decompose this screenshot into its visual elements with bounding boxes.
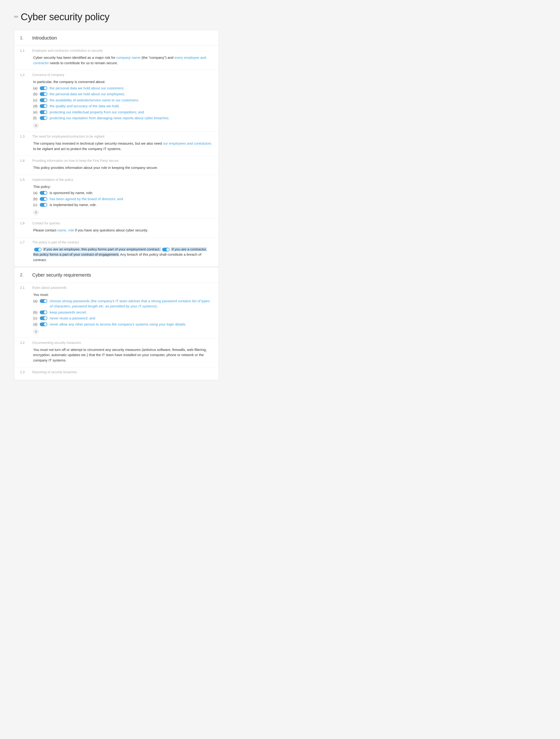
toggle-switch[interactable] — [40, 110, 47, 114]
add-list-item-button[interactable]: ⊕ — [33, 210, 38, 215]
subsection-title: Reporting of security breaches — [32, 370, 77, 375]
subsection-1.6: 1.6Contact for queriesPlease contact nam… — [14, 218, 219, 238]
text-span: choose strong passwords (the company's I… — [50, 299, 192, 303]
subsection-number: 1.4 — [20, 158, 28, 163]
subsection-title: Employee and contractor contribution to … — [32, 48, 103, 53]
edit-icon: ✏ — [14, 13, 18, 21]
list-label: (a) — [33, 86, 38, 91]
subsection-number: 1.5 — [20, 177, 28, 182]
list-item-text: the personal data we hold about our cust… — [50, 86, 213, 91]
toggle-switch[interactable] — [40, 197, 47, 201]
subsection-2.1: 2.1Rules about passwordsYou must:(a)choo… — [14, 283, 219, 338]
subsection-header: 1.3The need for employees/contractors to… — [14, 132, 219, 140]
subsection-number: 2.1 — [20, 285, 28, 290]
text-span: name, role — [57, 228, 74, 232]
toggle-switch-inline[interactable] — [162, 248, 170, 252]
text-span: (the "company") and — [140, 55, 174, 59]
subsection-number: 1.3 — [20, 134, 28, 139]
subsection-header: 1.4Providing information on how to keep … — [14, 156, 219, 164]
subsection-1.2: 1.2Concerns of companyIn particular, the… — [14, 70, 219, 132]
subsection-header: 1.5Implementation of the policy — [14, 175, 219, 183]
text-span: ); — [155, 304, 157, 308]
subsection-1.5: 1.5Implementation of the policyThis poli… — [14, 175, 219, 219]
toggle-switch[interactable] — [40, 299, 47, 303]
text-span: If you are an employee, this policy form… — [42, 247, 161, 251]
subsection-content: This policy:(a)is sponsored by name, rol… — [14, 183, 219, 218]
subsection-1.7: 1.7The policy is part of the contract If… — [14, 238, 219, 267]
list-item: (a)the personal data we hold about our c… — [33, 86, 213, 91]
list-item-text: protecting our reputation from damaging … — [50, 116, 213, 121]
subsection-content: You must not turn off or attempt to circ… — [14, 346, 219, 367]
subsection-1.4: 1.4Providing information on how to keep … — [14, 156, 219, 175]
list-label: (a) — [33, 298, 38, 304]
toggle-switch[interactable] — [40, 310, 47, 314]
subsection-header: 1.7The policy is part of the contract — [14, 238, 219, 246]
paragraph: Please contact name, role if you have an… — [33, 228, 213, 233]
text-span: company name — [117, 55, 141, 59]
list-item: (c)the availability of website/service n… — [33, 98, 213, 103]
list-label: (b) — [33, 92, 38, 97]
toggle-switch[interactable] — [40, 322, 47, 326]
paragraph: If you are an employee, this policy form… — [33, 247, 213, 263]
subsection-title: Rules about passwords — [32, 285, 66, 290]
add-list-item-button[interactable]: ⊕ — [33, 329, 38, 334]
subsection-title: Contact for queries — [32, 221, 60, 226]
list-item: (d)never allow any other person to acces… — [33, 322, 213, 327]
add-list-item-button[interactable]: ⊕ — [33, 123, 38, 128]
subsection-content: You must:(a)choose strong passwords (the… — [14, 291, 219, 338]
section-1: 1.Introduction1.1Employee and contractor… — [14, 30, 219, 267]
toggle-switch[interactable] — [40, 92, 47, 96]
paragraph: Cyber security has been identified as a … — [33, 55, 213, 65]
toggle-switch[interactable] — [40, 203, 47, 207]
subsection-header: 1.6Contact for queries — [14, 218, 219, 227]
list-label: (c) — [33, 98, 38, 103]
toggle-switch[interactable] — [40, 316, 47, 320]
subsection-number: 1.6 — [20, 221, 28, 226]
list-item-text: never allow any other person to access t… — [50, 322, 213, 327]
text-span: to be vigilant and act to protect the co… — [33, 147, 121, 151]
subsection-2.2: 2.2Circumventing security measuresYou mu… — [14, 338, 219, 367]
list-label: (c) — [33, 202, 38, 208]
italic-span: website/service name — [77, 98, 111, 102]
list-label: (a) — [33, 190, 38, 196]
document-container: 1.Introduction1.1Employee and contractor… — [14, 30, 219, 380]
toggle-switch[interactable] — [40, 98, 47, 102]
toggle-switch[interactable] — [40, 191, 47, 195]
paragraph: This policy provides information about y… — [33, 165, 213, 170]
list-item-text: has been agreed by the board of director… — [50, 196, 213, 202]
list-item-text: the personal data we hold about our empl… — [50, 92, 213, 97]
list-item-text: protecting our intellectual property fro… — [50, 110, 213, 115]
toggle-switch[interactable] — [40, 86, 47, 90]
text-span: our employees and contractors — [163, 141, 211, 145]
toggle-switch-inline[interactable] — [34, 248, 42, 252]
section-number: 2. — [20, 272, 28, 278]
text-span: needs to contribute for us to remain sec… — [49, 61, 118, 65]
list-item-text: the quality and accuracy of the data we … — [50, 104, 213, 109]
subsection-content: Please contact name, role if you have an… — [14, 227, 219, 237]
subsection-number: 1.2 — [20, 72, 28, 78]
list-item-text: never reuse a password; and — [50, 316, 213, 321]
toggle-switch[interactable] — [40, 104, 47, 108]
subsection-1.3: 1.3The need for employees/contractors to… — [14, 132, 219, 156]
section-title: Cyber security requirements — [32, 271, 91, 279]
section-2: 2.Cyber security requirements2.1Rules ab… — [14, 267, 219, 380]
subsection-title: Providing information on how to keep the… — [32, 158, 119, 163]
subsection-number: 2.2 — [20, 340, 28, 345]
list-intro: In particular, the company is concerned … — [33, 79, 213, 85]
toggle-switch[interactable] — [40, 116, 47, 120]
subsection-content: In particular, the company is concerned … — [14, 78, 219, 132]
text-span: the availability of — [50, 98, 77, 102]
subsection-title: Circumventing security measures — [32, 340, 81, 345]
subsection-number: 1.7 — [20, 240, 28, 245]
subsection-title: The policy is part of the contract — [32, 240, 79, 245]
subsection-content — [14, 376, 219, 380]
subsection-title: Implementation of the policy — [32, 177, 73, 182]
list-label: (d) — [33, 322, 38, 327]
list-item: (e)protecting our intellectual property … — [33, 110, 213, 115]
subsection-title: The need for employees/contractors to be… — [32, 134, 105, 139]
subsection-title: Concerns of company — [32, 72, 64, 78]
list-label: (d) — [33, 104, 38, 109]
list-item: (d)the quality and accuracy of the data … — [33, 104, 213, 109]
subsection-number: 1.1 — [20, 48, 28, 53]
page-title-area: ✏ Cyber security policy — [14, 9, 546, 24]
